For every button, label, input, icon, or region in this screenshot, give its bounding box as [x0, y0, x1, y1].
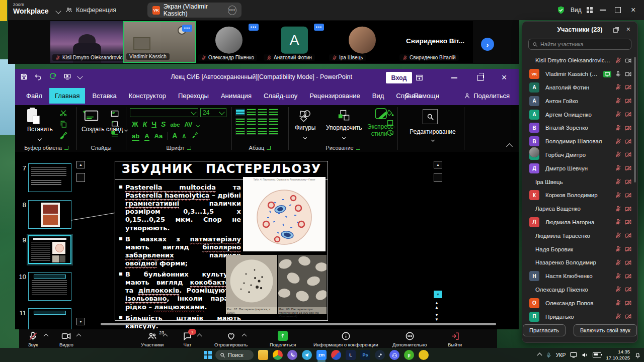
shape-effects-icon[interactable]	[386, 129, 394, 136]
view-grid-icon[interactable]	[587, 7, 593, 13]
security-shield-icon[interactable]	[556, 6, 566, 15]
participant-row[interactable]: Лариса Ващенко	[522, 202, 637, 216]
taskbar-app-explorer[interactable]	[258, 349, 269, 360]
text-shadow-button[interactable]: S	[161, 120, 166, 128]
save-icon[interactable]	[20, 73, 28, 80]
view-button[interactable]: Вид	[571, 7, 582, 14]
toolbar-chevron-icon[interactable]	[163, 334, 168, 339]
dialog-launcher-icon[interactable]	[267, 146, 271, 150]
participant-row[interactable]: Іра Швець	[522, 175, 637, 189]
participant-search-input[interactable]: Найти участника	[528, 39, 631, 50]
ribbon-tab-слайд-шоу[interactable]: Слайд-шоу	[258, 86, 303, 105]
change-case-button[interactable]: Aa	[154, 132, 163, 140]
find-button[interactable]	[423, 109, 438, 124]
strikethrough-button[interactable]: abc	[170, 122, 180, 128]
video-tile[interactable]: А•••Анатолий Фотин	[262, 21, 327, 63]
dialog-launcher-icon[interactable]	[187, 146, 191, 150]
panel-close-icon[interactable]: ×	[626, 25, 630, 33]
volume-icon[interactable]	[582, 352, 588, 358]
thumbnails-scroll-thumb[interactable]	[76, 173, 85, 182]
tab-options-icon[interactable]: •••	[228, 6, 236, 15]
previous-slide-button[interactable]: ▲▲	[435, 301, 439, 310]
window-close-button[interactable]: ×	[631, 0, 635, 20]
font-color-button[interactable]: А	[144, 132, 149, 141]
ribbon-tab-конструктор[interactable]: Конструктор	[123, 86, 172, 105]
editing-button[interactable]: Редактирование	[401, 128, 464, 143]
participant-row[interactable]: ААнатолий Фотин	[522, 81, 637, 95]
video-tile[interactable]: Kisil Dmytro Oleksandrovich	[50, 21, 123, 63]
font-name-combobox[interactable]	[130, 108, 198, 117]
taskbar-app-keepass[interactable]	[418, 349, 429, 360]
ribbon-tab-вид[interactable]: Вид	[366, 86, 390, 105]
toolbar-chevron-icon[interactable]	[44, 334, 49, 339]
battery-icon[interactable]	[593, 352, 601, 357]
network-icon[interactable]	[570, 352, 577, 358]
ppt-restore-button[interactable]	[470, 69, 491, 86]
invite-button[interactable]: Пригласить	[523, 324, 566, 336]
participant-row[interactable]: Людмила Тарасенко	[522, 229, 637, 242]
ppt-horizontal-scrollbar[interactable]	[101, 323, 496, 325]
ribbon-display-options-icon[interactable]	[409, 69, 429, 86]
new-slide-button[interactable]: Создать слайд	[82, 109, 127, 133]
video-tile[interactable]: Свириденко Віт...Свириденко Віталій	[397, 21, 473, 63]
toolbar-mic-button[interactable]: Звук	[28, 331, 38, 347]
start-button[interactable]	[202, 349, 213, 360]
language-indicator[interactable]: УКР	[556, 352, 566, 358]
toolbar-chevron-icon[interactable]	[76, 334, 82, 339]
tray-overflow-icon[interactable]	[537, 352, 542, 357]
participant-row[interactable]: ННастя Клюбченко	[522, 269, 637, 283]
window-maximize-button[interactable]	[615, 0, 621, 20]
start-slideshow-icon[interactable]	[63, 73, 71, 80]
increase-indent-button[interactable]	[247, 118, 256, 125]
slide-thumbnail-7[interactable]	[28, 163, 71, 192]
align-center-button[interactable]	[247, 128, 256, 135]
numbering-button[interactable]	[247, 109, 256, 116]
slide-canvas[interactable]: ЗБУДНИК ПАСТЕРЕЛЬОЗУ Pasterella multocid…	[115, 161, 328, 321]
clock[interactable]: 14:3517.10.2025	[606, 349, 630, 361]
popout-icon[interactable]	[613, 26, 619, 35]
toolbar-people-button[interactable]: 23Участники	[141, 331, 164, 347]
highlight-button[interactable]	[191, 132, 198, 138]
participant-row[interactable]: ККоржов Володимир	[522, 189, 637, 202]
toolbar-share-button[interactable]: Поделиться	[270, 331, 296, 347]
tab-conference[interactable]: Конференция	[60, 3, 121, 18]
slide-scroll-up-icon[interactable]: ▲	[434, 161, 442, 168]
reset-slide-icon[interactable]	[111, 120, 119, 127]
ribbon-tab-переходы[interactable]: Переходы	[172, 86, 215, 105]
participant-row[interactable]: VKVladimir Kassich (Организатор)	[522, 67, 637, 81]
participant-row[interactable]: Kisil Dmytro Oleksandrovich (Я)	[522, 54, 637, 67]
align-text-button[interactable]	[269, 118, 278, 125]
participant-row[interactable]: ААнтон Гойко	[522, 94, 637, 108]
ribbon-tab-рецензирование[interactable]: Рецензирование	[303, 86, 366, 105]
thumbnails-scroll-up-icon[interactable]: ▲	[76, 161, 85, 168]
slide-scroll-thumb[interactable]	[434, 173, 442, 182]
taskbar-app-viber[interactable]	[287, 349, 298, 360]
tile-options-icon[interactable]: •••	[182, 25, 192, 32]
arrange-button[interactable]: Упорядочить	[326, 109, 362, 141]
taskbar-app-chrome[interactable]	[272, 349, 283, 360]
participant-row[interactable]: ГГорбач Дмитро	[522, 148, 637, 162]
font-size-combobox[interactable]: 24	[200, 108, 226, 117]
taskbar-app-discord[interactable]	[389, 349, 400, 360]
participant-row[interactable]: Надя Боровик	[522, 242, 637, 256]
ribbon-tab-главная[interactable]: Главная	[49, 88, 85, 104]
ppt-close-button[interactable]: ×	[494, 69, 514, 86]
copy-icon[interactable]	[59, 120, 67, 128]
justify-button[interactable]	[269, 128, 278, 135]
toolbar-chevron-icon[interactable]	[197, 334, 202, 339]
decrease-indent-button[interactable]	[235, 118, 245, 125]
italic-button[interactable]: К	[143, 120, 147, 128]
slide-layout-icon[interactable]	[111, 110, 119, 117]
align-right-button[interactable]	[258, 128, 267, 135]
taskbar-app-lightroom[interactable]: L	[345, 349, 356, 360]
slide-thumbnail-9[interactable]	[28, 235, 71, 264]
format-painter-icon[interactable]	[59, 131, 67, 139]
thumbnails-scroll-down-icon[interactable]: ▼	[76, 318, 85, 325]
tray-mic-icon[interactable]	[546, 352, 551, 358]
participant-row[interactable]: Назаренко Володимир	[522, 256, 637, 269]
taskbar-app-utorrent[interactable]: µ	[404, 349, 415, 360]
dialog-launcher-icon[interactable]	[64, 146, 68, 150]
toolbar-camera-button[interactable]: Видео	[59, 331, 73, 347]
participant-row[interactable]: ААртем Онищенко	[522, 108, 637, 121]
share-tab[interactable]: Поделиться	[464, 86, 510, 105]
